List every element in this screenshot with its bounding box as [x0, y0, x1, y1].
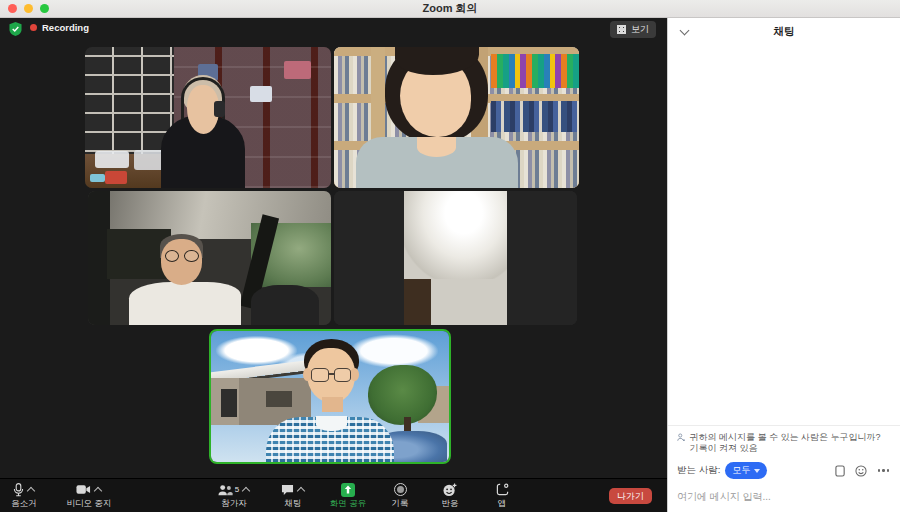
emoji-icon[interactable]	[855, 465, 867, 477]
chat-bubble-icon	[281, 484, 294, 496]
window-title: Zoom 회의	[0, 1, 900, 16]
share-screen-icon	[341, 483, 355, 497]
video-tile-portrait-man[interactable]	[334, 191, 577, 325]
chat-header: 채팅	[668, 18, 900, 44]
glasses	[311, 368, 351, 382]
participants-options-caret-icon[interactable]	[243, 486, 250, 493]
desk-clutter	[134, 150, 164, 170]
navy-books	[491, 101, 579, 132]
video-tile-car-man[interactable]	[88, 191, 331, 325]
view-button[interactable]: 보기	[610, 21, 656, 38]
stop-video-label: 비디오 중지	[50, 498, 128, 508]
chat-button[interactable]: 채팅	[270, 481, 316, 511]
desk-clutter	[105, 171, 127, 184]
fullscreen-button[interactable]	[40, 4, 49, 13]
share-screen-button[interactable]: 화면 공유	[320, 481, 376, 511]
building-window	[221, 389, 238, 418]
meeting-toolbar: 음소거 비디오 중지 5	[0, 478, 667, 512]
compose-icons	[835, 465, 892, 477]
share-screen-label: 화면 공유	[320, 498, 376, 508]
zoom-meeting-window: Zoom 회의 Recording 보기	[0, 0, 900, 512]
file-attach-icon[interactable]	[835, 465, 846, 477]
mute-button[interactable]: 음소거	[2, 481, 46, 511]
window-controls	[8, 4, 49, 13]
headphone-earcup	[214, 101, 225, 118]
mute-label: 음소거	[2, 498, 46, 508]
participants-count: 5	[235, 485, 239, 494]
video-tile-bookshelf-woman[interactable]	[334, 47, 579, 188]
portrait-video	[404, 191, 506, 325]
apps-label: 앱	[480, 498, 524, 508]
mute-options-caret-icon[interactable]	[28, 486, 35, 493]
desk-clutter	[95, 151, 129, 168]
car-seat	[251, 285, 319, 325]
chat-compose-row: 받는 사람: 모두	[677, 462, 891, 479]
participants-label: 참가자	[202, 498, 266, 508]
leave-button[interactable]: 나가기	[609, 488, 652, 504]
reactions-button[interactable]: 반응	[428, 481, 472, 511]
participant-shirt	[129, 282, 241, 325]
building-window	[266, 391, 292, 407]
apps-icon	[496, 483, 509, 496]
record-label: 기록	[380, 498, 420, 508]
reactions-label: 반응	[428, 498, 472, 508]
chat-panel-title: 채팅	[668, 18, 900, 44]
books	[250, 86, 272, 102]
recording-indicator[interactable]: Recording	[30, 22, 89, 33]
chat-message-input[interactable]	[677, 491, 891, 502]
participant-neck	[322, 397, 343, 413]
video-tile-active-speaker[interactable]	[209, 329, 451, 464]
chat-input-row	[677, 486, 891, 504]
chat-panel: 채팅 귀하의 메시지를 볼 수 있는 사람은 누구입니까? 기록이 켜져 있음 …	[667, 18, 900, 512]
chat-footer: 귀하의 메시지를 볼 수 있는 사람은 누구입니까? 기록이 켜져 있음 받는 …	[668, 425, 900, 512]
participants-button[interactable]: 5 참가자	[202, 481, 266, 511]
chat-message-list[interactable]	[668, 44, 900, 425]
stop-video-button[interactable]: 비디오 중지	[50, 481, 128, 511]
person-question-icon	[677, 432, 685, 443]
video-camera-icon	[76, 484, 91, 495]
chat-privacy-notice: 귀하의 메시지를 볼 수 있는 사람은 누구입니까? 기록이 켜져 있음	[677, 432, 891, 454]
glasses	[165, 250, 199, 262]
titlebar: Zoom 회의	[0, 0, 900, 18]
record-button[interactable]: 기록	[380, 481, 420, 511]
recipient-value: 모두	[732, 464, 750, 477]
stage-status-row: Recording 보기	[0, 18, 667, 40]
recording-label: Recording	[42, 22, 89, 33]
video-tile-office-woman[interactable]	[85, 47, 331, 188]
chat-options-caret-icon[interactable]	[298, 486, 305, 493]
reactions-smiley-icon	[443, 483, 457, 497]
chat-label: 채팅	[270, 498, 316, 508]
chat-privacy-notice-text: 귀하의 메시지를 볼 수 있는 사람은 누구입니까? 기록이 켜져 있음	[689, 432, 891, 454]
apps-button[interactable]: 앱	[480, 481, 524, 511]
participant-face	[161, 239, 202, 285]
minimize-button[interactable]	[24, 4, 33, 13]
recipient-selector[interactable]: 모두	[725, 462, 767, 479]
shirt-collar	[316, 416, 347, 430]
recording-dot-icon	[30, 24, 37, 31]
gallery-grid-icon	[617, 25, 626, 34]
chevron-down-icon[interactable]	[680, 26, 690, 36]
video-stage: Recording 보기	[0, 18, 667, 478]
colorful-books	[491, 54, 579, 88]
desk-clutter	[90, 174, 105, 182]
video-options-caret-icon[interactable]	[95, 486, 102, 493]
view-label: 보기	[631, 23, 649, 36]
record-icon	[394, 483, 407, 496]
ceiling-glare	[404, 191, 506, 279]
close-button[interactable]	[8, 4, 17, 13]
microphone-icon	[13, 483, 24, 497]
recipient-label: 받는 사람:	[677, 464, 720, 477]
more-options-icon[interactable]	[876, 467, 892, 474]
participant-ear	[350, 368, 358, 381]
pink-box	[284, 61, 311, 79]
dropdown-caret-icon	[754, 469, 760, 473]
participants-icon	[218, 484, 233, 496]
cloud	[349, 334, 439, 368]
encryption-shield-icon	[9, 22, 22, 36]
door-frame	[404, 279, 431, 325]
